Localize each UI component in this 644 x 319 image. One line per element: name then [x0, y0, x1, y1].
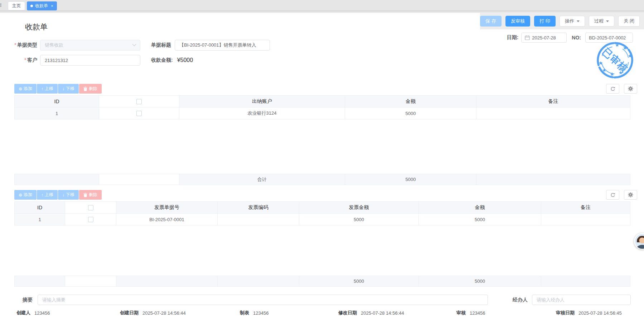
total-amount: 5000 — [419, 276, 541, 287]
col-amount: 金额 — [345, 96, 476, 108]
arrow-up-icon: ↑ — [41, 87, 43, 91]
arrow-up-icon: ↑ — [41, 193, 43, 197]
column-settings-button[interactable] — [624, 190, 637, 200]
total-label: 合计 — [179, 174, 345, 185]
tab-home[interactable]: 主页 — [8, 1, 25, 10]
meta-footer: 创建人123456 创建日期2025-07-28 14:56:44 制表1234… — [0, 310, 644, 318]
doc-type-label: *单据类型 — [0, 42, 37, 48]
audited-stamp: 已审核 — [596, 41, 634, 80]
cell-remark[interactable] — [476, 108, 630, 119]
caret-down-icon — [606, 20, 609, 22]
doc-number-value: BD-2025-07-0002 — [589, 35, 626, 41]
col-invoice-code: 发票编码 — [218, 202, 299, 214]
plus-circle-icon: ⊕ — [19, 193, 22, 197]
select-all-checkbox[interactable] — [88, 205, 93, 210]
doc-title-input[interactable] — [175, 40, 270, 51]
menu-icon: ≣ — [0, 2, 2, 8]
tabbar-shadow — [0, 10, 644, 13]
modify-date-item: 修改日期2025-07-28 14:56:44 — [338, 310, 404, 316]
invoice-table-empty-area — [14, 225, 637, 276]
summary-label: 摘要 — [14, 297, 33, 303]
cell-account[interactable]: 农业银行3124 — [179, 108, 345, 119]
col-select — [99, 96, 179, 108]
trash-icon — [83, 87, 87, 91]
col-remark: 备注 — [476, 96, 630, 108]
col-account: 出纳账户 — [179, 96, 345, 108]
move-down-button[interactable]: ↓下移 — [58, 190, 79, 200]
summary-row: 摘要 经办人 — [14, 295, 631, 305]
tab-close-icon[interactable]: × — [51, 4, 53, 8]
trash-icon — [83, 193, 87, 197]
cashier-grid-toolbar: ⊕添加 ↑上移 ↓下移 删除 — [14, 84, 637, 94]
invoice-header-row: ID 发票单据号 发票编码 发票金额 金额 备注 — [15, 202, 630, 214]
refresh-button[interactable] — [606, 84, 619, 94]
no-label: NO: — [572, 35, 581, 41]
select-all-checkbox[interactable] — [136, 99, 142, 104]
close-button[interactable]: 关闭 — [618, 16, 640, 27]
tab-receipt[interactable]: 收款单 × — [27, 1, 57, 10]
date-label: 日期: — [507, 34, 519, 41]
calendar-icon — [525, 35, 530, 40]
delete-row-button[interactable]: 删除 — [79, 84, 102, 94]
refresh-icon — [610, 192, 615, 197]
tab-receipt-label: 收款单 — [35, 3, 48, 9]
chevron-down-icon — [132, 42, 136, 46]
reverse-audit-button[interactable]: 反审核 — [505, 16, 530, 27]
row-checkbox[interactable] — [88, 217, 93, 222]
tab-home-label: 主页 — [12, 3, 21, 9]
add-row-button[interactable]: ⊕添加 — [14, 84, 37, 94]
process-dropdown-button[interactable]: 过程 — [589, 16, 614, 27]
cell-amount[interactable]: 5000 — [345, 108, 476, 119]
handler-input[interactable] — [532, 295, 631, 305]
arrow-down-icon: ↓ — [62, 193, 64, 197]
invoice-grid-section: ⊕添加 ↑上移 ↓下移 删除 ID 发票单据号 发票编码 发票金额 金额 备注 — [14, 190, 637, 287]
doc-title-label: 单据标题 — [151, 42, 171, 48]
cell-amount[interactable]: 5000 — [419, 214, 541, 225]
cell-invoice-code[interactable] — [218, 214, 299, 225]
cell-invoice-no[interactable]: BI-2025-07-0001 — [116, 214, 218, 225]
add-row-button[interactable]: ⊕添加 — [14, 190, 37, 200]
cashier-table-footer: 合计 5000 — [14, 174, 630, 185]
cell-invoice-amount[interactable]: 5000 — [299, 214, 419, 225]
move-down-button[interactable]: ↓下移 — [58, 84, 79, 94]
invoice-row[interactable]: 1 BI-2025-07-0001 5000 5000 — [15, 214, 630, 225]
cell-select — [65, 214, 116, 225]
print-button[interactable]: 打印 — [534, 16, 556, 27]
cell-id: 1 — [15, 108, 99, 119]
column-settings-button[interactable] — [624, 84, 637, 94]
cashier-row[interactable]: 1 农业银行3124 5000 — [15, 108, 630, 119]
customer-input[interactable] — [40, 55, 140, 66]
save-button[interactable]: 保存 — [480, 16, 502, 27]
move-up-button[interactable]: ↑上移 — [37, 84, 58, 94]
cashier-table-empty-area — [14, 119, 637, 174]
service-avatar-button[interactable] — [634, 233, 644, 249]
plus-circle-icon: ⊕ — [19, 87, 22, 91]
total-amount: 5000 — [345, 174, 476, 185]
total-invoice-amount: 5000 — [299, 276, 419, 287]
action-bar: 保存 反审核 打印 操作 过程 关闭 — [480, 13, 644, 29]
refresh-button[interactable] — [606, 190, 619, 200]
handler-label: 经办人 — [504, 297, 528, 303]
date-value: 2025-07-28 — [532, 35, 556, 41]
row-checkbox[interactable] — [136, 111, 142, 116]
col-id: ID — [15, 96, 99, 108]
col-invoice-amount: 发票金额 — [299, 202, 419, 214]
audit-date-item: 审核日期2025-07-28 14:56:45 — [556, 310, 622, 316]
tab-active-dot-icon — [30, 5, 33, 7]
cashier-total-row: 合计 5000 — [15, 174, 630, 185]
summary-input[interactable] — [38, 295, 488, 305]
move-up-button[interactable]: ↑上移 — [37, 190, 58, 200]
operate-dropdown-button[interactable]: 操作 — [560, 16, 585, 27]
delete-row-button[interactable]: 删除 — [79, 190, 102, 200]
col-invoice-no: 发票单据号 — [116, 202, 218, 214]
auditor-item: 审核123456 — [456, 310, 485, 316]
date-input[interactable]: 2025-07-28 — [521, 33, 567, 43]
cell-remark[interactable] — [541, 214, 630, 225]
arrow-down-icon: ↓ — [62, 87, 64, 91]
caret-down-icon — [577, 20, 580, 22]
col-amount: 金额 — [419, 202, 541, 214]
cell-id: 1 — [15, 214, 65, 225]
cashier-grid-section: ⊕添加 ↑上移 ↓下移 删除 ID 出纳账户 金额 备注 1 — [14, 84, 637, 185]
cashier-header-row: ID 出纳账户 金额 备注 — [15, 96, 630, 108]
doc-type-select[interactable]: 销售收款 — [40, 40, 140, 51]
